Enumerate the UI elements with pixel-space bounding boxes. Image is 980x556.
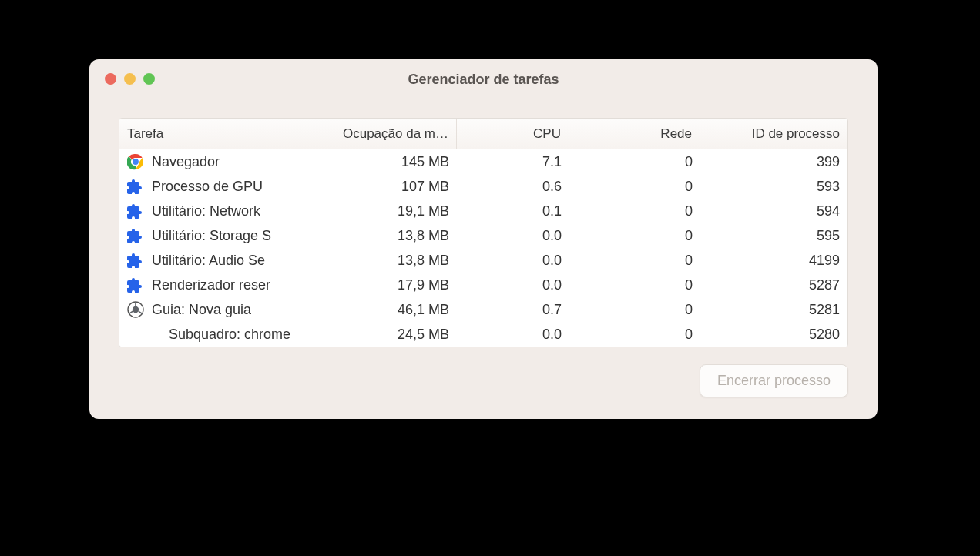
table-row[interactable]: Processo de GPU107 MB0.60593 <box>119 174 847 199</box>
table-row[interactable]: Utilitário: Network19,1 MB0.10594 <box>119 199 847 223</box>
cell-task: Utilitário: Audio Se <box>119 252 310 269</box>
process-table: Tarefa Ocupação da m… CPU Rede ID de pro… <box>119 118 848 347</box>
cell-network: 0 <box>569 302 700 318</box>
cell-network: 0 <box>569 154 700 170</box>
extension-icon <box>127 276 144 293</box>
window-title: Gerenciador de tarefas <box>89 72 878 88</box>
cell-pid: 5281 <box>700 302 847 318</box>
cell-cpu: 0.6 <box>457 179 569 195</box>
end-process-button[interactable]: Encerrar processo <box>700 364 848 397</box>
table-row[interactable]: Navegador145 MB7.10399 <box>119 149 847 174</box>
cell-cpu: 0.0 <box>457 228 569 244</box>
extension-icon <box>127 252 144 269</box>
table-row[interactable]: Guia: Nova guia46,1 MB0.705281 <box>119 297 847 322</box>
table-row[interactable]: Utilitário: Storage S13,8 MB0.00595 <box>119 223 847 248</box>
cell-task: Guia: Nova guia <box>119 301 310 318</box>
task-name: Navegador <box>152 154 220 170</box>
cell-pid: 593 <box>700 179 847 195</box>
column-header-network[interactable]: Rede <box>569 119 700 149</box>
cell-pid: 5280 <box>700 327 847 343</box>
cell-memory: 17,9 MB <box>310 277 457 293</box>
cell-task: Utilitário: Network <box>119 203 310 219</box>
cell-pid: 5287 <box>700 277 847 293</box>
cell-memory: 46,1 MB <box>310 302 457 318</box>
table-row[interactable]: Renderizador reser17,9 MB0.005287 <box>119 273 847 297</box>
column-header-task[interactable]: Tarefa <box>119 119 310 149</box>
cell-network: 0 <box>569 277 700 293</box>
cell-pid: 4199 <box>700 253 847 269</box>
close-window-button[interactable] <box>105 73 116 85</box>
content-area: Tarefa Ocupação da m… CPU Rede ID de pro… <box>89 99 878 419</box>
task-manager-window: Gerenciador de tarefas Tarefa Ocupação d… <box>89 59 878 419</box>
cell-memory: 107 MB <box>310 179 457 195</box>
cell-cpu: 0.0 <box>457 277 569 293</box>
cell-pid: 594 <box>700 203 847 219</box>
column-header-pid[interactable]: ID de processo <box>700 119 847 149</box>
cell-memory: 19,1 MB <box>310 203 457 219</box>
cell-network: 0 <box>569 203 700 219</box>
task-name: Utilitário: Audio Se <box>152 253 265 269</box>
table-row[interactable]: Subquadro: chrome24,5 MB0.005280 <box>119 322 847 347</box>
table-header: Tarefa Ocupação da m… CPU Rede ID de pro… <box>119 119 847 149</box>
cell-cpu: 7.1 <box>457 154 569 170</box>
cell-task: Renderizador reser <box>119 276 310 293</box>
cell-cpu: 0.1 <box>457 203 569 219</box>
cell-task: Processo de GPU <box>119 178 310 195</box>
cell-network: 0 <box>569 228 700 244</box>
cell-task: Navegador <box>119 153 310 170</box>
cell-cpu: 0.0 <box>457 327 569 343</box>
task-name: Processo de GPU <box>152 179 263 195</box>
traffic-lights <box>105 73 155 85</box>
extension-icon <box>127 227 144 244</box>
titlebar[interactable]: Gerenciador de tarefas <box>89 59 878 99</box>
cell-memory: 145 MB <box>310 154 457 170</box>
cell-pid: 399 <box>700 154 847 170</box>
cell-memory: 13,8 MB <box>310 253 457 269</box>
task-name: Subquadro: chrome <box>169 327 290 343</box>
extension-icon <box>127 178 144 195</box>
task-name: Utilitário: Storage S <box>152 228 271 244</box>
cell-task: Subquadro: chrome <box>119 326 310 343</box>
cell-memory: 13,8 MB <box>310 228 457 244</box>
cell-network: 0 <box>569 253 700 269</box>
cell-memory: 24,5 MB <box>310 327 457 343</box>
cell-network: 0 <box>569 327 700 343</box>
task-name: Guia: Nova guia <box>152 302 251 318</box>
cell-pid: 595 <box>700 228 847 244</box>
cell-task: Utilitário: Storage S <box>119 227 310 244</box>
column-header-memory[interactable]: Ocupação da m… <box>310 119 457 149</box>
table-body: Navegador145 MB7.10399Processo de GPU107… <box>119 149 847 347</box>
cell-network: 0 <box>569 179 700 195</box>
chromium-icon <box>127 301 144 318</box>
table-row[interactable]: Utilitário: Audio Se13,8 MB0.004199 <box>119 248 847 273</box>
minimize-window-button[interactable] <box>124 73 136 85</box>
cell-cpu: 0.0 <box>457 253 569 269</box>
column-header-cpu[interactable]: CPU <box>457 119 569 149</box>
cell-cpu: 0.7 <box>457 302 569 318</box>
task-name: Utilitário: Network <box>152 203 260 219</box>
zoom-window-button[interactable] <box>143 73 155 85</box>
chrome-icon <box>127 153 144 170</box>
task-name: Renderizador reser <box>152 277 270 293</box>
footer: Encerrar processo <box>119 347 848 397</box>
extension-icon <box>127 203 144 219</box>
